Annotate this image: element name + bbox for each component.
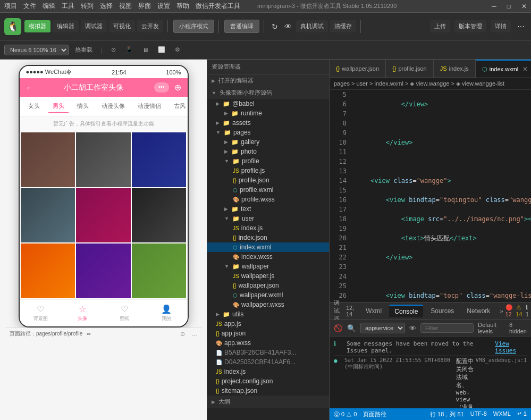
maximize-btn[interactable]: □ [507, 3, 511, 10]
tree-item-profile-js[interactable]: JS profile.js [207, 166, 329, 175]
secondary-icon-btn-1[interactable]: ⊙ [108, 45, 119, 55]
code-area[interactable]: 5 6 7 8 9 10 11 12 13 14 15 16 17 18 19 … [330, 90, 531, 302]
menu-item-select[interactable]: 选择 [100, 2, 113, 11]
tree-item-gallery[interactable]: ▶ 📁 gallery [207, 137, 329, 147]
source-section[interactable]: ▼ 头像套圈小程序源码 [207, 87, 329, 99]
phone-grid-item-9[interactable] [132, 243, 187, 298]
phone-nav-avatar[interactable]: ☆ 头像 [62, 302, 104, 324]
tree-item-assets[interactable]: ▶ 📁 assets [207, 118, 329, 128]
phone-grid-item-6[interactable] [132, 188, 187, 243]
phone-tab-0[interactable]: 女头 [24, 100, 44, 113]
debug-tab-network[interactable]: Network [461, 305, 495, 317]
tree-item-user-index-js[interactable]: JS index.js [207, 223, 329, 233]
debug-filter-icon[interactable]: 🔍 [347, 324, 356, 332]
view-issues-link[interactable]: View issues [495, 340, 527, 354]
phone-tabs[interactable]: 女头 男头 情头 动漫头像 动漫情侣 古风 [20, 97, 188, 117]
phone-search-icon[interactable]: ⊕ [174, 82, 181, 93]
outline-section[interactable]: ▶ 大纲 [207, 396, 329, 408]
phone-nav-bg[interactable]: ♡ 背景图 [20, 302, 62, 324]
phone-grid-item-7[interactable] [21, 243, 75, 298]
phone-grid-item-3[interactable] [132, 132, 187, 187]
simulator-btn[interactable]: 模拟器 [24, 20, 50, 32]
tree-item-wallpaper-js[interactable]: JS wallpaper.js [207, 271, 329, 281]
tree-item-project-config[interactable]: {} project.config.json [207, 376, 329, 386]
menu-item-devtools[interactable]: 微信开发者工具 [196, 2, 240, 11]
phone-tab-5[interactable]: 古风 [170, 100, 188, 113]
visualize-btn[interactable]: 可视化 [109, 20, 135, 32]
secondary-icon-btn-3[interactable]: 🖥 [139, 45, 151, 55]
tree-item-user-index-wxss[interactable]: 🎨 index.wxss [207, 252, 329, 262]
tree-item-utils[interactable]: ▶ 📁 utils [207, 309, 329, 319]
tree-item-file2[interactable]: 📄 D0A25052CBF41AAF6... [207, 357, 329, 367]
compile-dropdown[interactable]: 普通编译 [224, 20, 259, 33]
secondary-icon-btn-5[interactable]: ⚙ [172, 45, 183, 55]
secondary-icon-btn-4[interactable]: ⬜ [155, 45, 168, 55]
debug-tab-sources[interactable]: Sources [425, 305, 459, 317]
phone-grid-item-1[interactable] [21, 132, 75, 187]
tree-item-profile-json[interactable]: {} profile.json [207, 175, 329, 185]
tree-item-photo[interactable]: ▶ 📁 photo [207, 147, 329, 156]
tree-item-user[interactable]: ▼ 📁 user [207, 214, 329, 223]
menu-item-tools[interactable]: 工具 [62, 2, 74, 11]
tree-item-user-index-json[interactable]: {} index.json [207, 233, 329, 242]
tree-item-pages[interactable]: ▼ 📁 pages [207, 128, 329, 137]
phone-tab-1[interactable]: 男头 [48, 100, 69, 113]
menu-item-goto[interactable]: 转到 [81, 2, 94, 11]
phone-nav-wallpaper[interactable]: ♡ 壁纸 [104, 302, 146, 324]
tree-item-app-js[interactable]: JS app.js [207, 319, 329, 329]
phone-grid-item-4[interactable] [21, 188, 75, 243]
device-selector[interactable]: Nexus 6 100% 16 [4, 45, 69, 55]
tree-item-profile-wxss[interactable]: 🎨 profile.wxss [207, 195, 329, 204]
tree-item-wallpaper-json[interactable]: {} wallpaper.json [207, 281, 329, 290]
menu-item-view[interactable]: 视图 [119, 2, 132, 11]
realtest-btn[interactable]: 真机调试 [296, 20, 328, 32]
phone-settings-icon[interactable]: … [191, 331, 197, 337]
minimize-btn[interactable]: ─ [492, 3, 496, 10]
phone-tab-2[interactable]: 情头 [73, 100, 93, 113]
open-editors-section[interactable]: ▶ 打开的编辑器 [207, 74, 329, 87]
hotreload-btn[interactable]: 热重载 [72, 44, 96, 55]
tab-index-js[interactable]: JS index.js [434, 60, 476, 78]
debug-tab-wxml[interactable]: Wxml [360, 305, 387, 317]
refresh-btn[interactable]: ↻ [269, 20, 280, 33]
tree-item-index-js[interactable]: JS index.js [207, 367, 329, 376]
phone-grid-item-5[interactable] [76, 188, 131, 243]
phone-nav-mine[interactable]: 👤 我的 [146, 302, 188, 324]
tree-item-wallpaper-wxss[interactable]: 🎨 wallpaper.wxss [207, 300, 329, 309]
debugger-btn[interactable]: 调试器 [81, 20, 107, 32]
phone-grid-item-8[interactable] [76, 243, 131, 298]
tree-item-sitemap[interactable]: {} sitemap.json [207, 386, 329, 396]
cache-btn[interactable]: 清缓存 [330, 20, 356, 32]
debug-clear-btn[interactable]: 🚫 [334, 324, 343, 332]
menu-item-help[interactable]: 帮助 [176, 2, 189, 11]
tab-wallpaper-json[interactable]: {} wallpaper.json [330, 60, 386, 78]
more-debug-tabs[interactable]: » [500, 308, 503, 314]
tab-index-wxml[interactable]: ⬡ index.wxml ✕ [476, 60, 531, 78]
tree-item-babel[interactable]: ▶ 📁 @babel [207, 99, 329, 108]
tree-item-wallpaper[interactable]: ▼ 📁 wallpaper [207, 262, 329, 271]
phone-tab-4[interactable]: 动漫情侣 [133, 100, 165, 113]
tree-item-user-index-wxml[interactable]: ⬡ index.wxml [207, 242, 329, 252]
version-btn[interactable]: 版本管理 [454, 20, 486, 32]
tree-item-profile[interactable]: ▼ 📁 profile [207, 156, 329, 166]
secondary-icon-btn-2[interactable]: 📱 [122, 45, 136, 55]
appservice-selector[interactable]: appservice [360, 323, 405, 333]
debug-content[interactable]: ℹ Some messages have been moved to the I… [330, 337, 531, 408]
phone-more-btn[interactable]: ••• [154, 82, 169, 93]
menu-item-settings[interactable]: 设置 [157, 2, 170, 11]
phone-grid-item-2[interactable] [76, 132, 131, 187]
menu-item-file[interactable]: 文件 [23, 2, 36, 11]
tree-item-wallpaper-wxml[interactable]: ⬡ wallpaper.wxml [207, 290, 329, 300]
detail-btn[interactable]: 详情 [491, 20, 511, 32]
cloud-btn[interactable]: 云开发 [137, 20, 163, 32]
tree-item-runtime[interactable]: ▶ 📁 runtime [207, 108, 329, 118]
breadcrumb-edit-icon[interactable]: ✏ [87, 331, 91, 337]
console-filter-input[interactable] [420, 323, 474, 333]
close-btn[interactable]: ✕ [521, 3, 527, 10]
menu-item-edit[interactable]: 编辑 [43, 2, 55, 11]
code-editor[interactable]: </view> </view> <view class="wangge"> <v… [351, 90, 531, 302]
tab-profile-json[interactable]: {} profile.json [386, 60, 434, 78]
mode-dropdown[interactable]: 小程序模式 [173, 20, 214, 33]
debug-eye-btn[interactable]: 👁 [409, 324, 416, 332]
editor-btn[interactable]: 编辑器 [53, 20, 79, 32]
